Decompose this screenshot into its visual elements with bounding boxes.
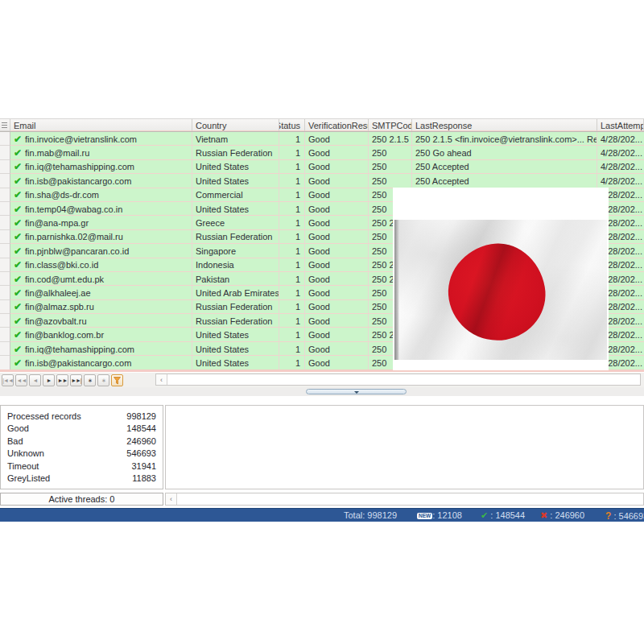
result-cell: Good — [305, 174, 369, 188]
stat-label: Processed records — [7, 411, 81, 421]
row-indicator — [0, 286, 10, 299]
table-row[interactable]: ✔fin.mab@mail.ru Russian Federation 1 Go… — [0, 146, 644, 159]
row-indicator — [0, 216, 10, 229]
new-count: NEW: 12108 — [417, 510, 462, 520]
row-indicator — [0, 314, 10, 328]
result-cell: Good — [305, 216, 369, 229]
nav-next-page-button[interactable]: ►► — [56, 374, 68, 386]
stat-label: GreyListed — [7, 473, 50, 483]
header-smtp-code[interactable]: SMTPCode — [369, 119, 412, 131]
attempt-cell: 4/28/202... — [597, 174, 644, 188]
country-cell: Greece — [192, 216, 279, 229]
result-cell: Good — [305, 328, 369, 341]
status-cell: 1 — [279, 188, 305, 202]
check-icon: ✔ — [481, 510, 488, 520]
scroll-left-button[interactable]: ‹ — [166, 493, 177, 505]
nav-bookmark-button[interactable]: ∗ — [97, 374, 109, 386]
email-cell: ✔fin.isb@pakistancargo.com — [10, 356, 192, 369]
check-icon: ✔ — [14, 205, 22, 213]
result-cell: Good — [305, 202, 369, 216]
result-cell: Good — [305, 342, 369, 356]
total-count: Total: 998129 — [344, 510, 397, 520]
response-cell: 250 Accepted — [412, 160, 597, 174]
splitter-handle[interactable] — [306, 389, 407, 394]
unknown-count: ? : 546693 — [605, 510, 644, 522]
smtp-cell: 250 — [369, 174, 412, 188]
result-cell: Good — [305, 286, 369, 299]
check-icon: ✔ — [14, 191, 22, 199]
question-icon: ? — [605, 510, 611, 522]
result-cell: Good — [305, 188, 369, 202]
header-last-response[interactable]: LastResponse — [412, 119, 597, 131]
status-cell: 1 — [279, 216, 305, 229]
row-indicator — [0, 146, 10, 159]
email-cell: ✔fin@banklog.com.br — [10, 328, 192, 341]
email-cell: ✔fin.cod@umt.edu.pk — [10, 272, 192, 286]
stat-label: Timeout — [7, 461, 39, 471]
attempt-cell: 4/28/202... — [597, 146, 644, 159]
stat-value: 998129 — [126, 411, 156, 421]
email-cell: ✔fin@azovbalt.ru — [10, 314, 192, 328]
response-cell: 250 2.1.5 <fin.invoice@vietranslink.com>… — [412, 132, 597, 146]
scroll-left-button[interactable]: ‹ — [156, 374, 167, 385]
row-indicator — [0, 300, 10, 314]
stat-row: Timeout 31941 — [1, 460, 163, 473]
row-indicator — [0, 244, 10, 258]
nav-last-button[interactable]: ►►| — [70, 374, 82, 386]
grid-indicator-header[interactable] — [0, 119, 10, 131]
check-icon: ✔ — [14, 303, 22, 311]
stat-row: Bad 246960 — [1, 435, 163, 448]
table-row[interactable]: ✔fin.invoice@vietranslink.com Vietnam 1 … — [0, 132, 644, 146]
row-indicator — [0, 188, 10, 202]
nav-first-button[interactable]: |◄◄ — [2, 374, 14, 386]
country-cell: Singapore — [192, 244, 279, 258]
country-cell: Russian Federation — [192, 146, 279, 159]
country-cell: Russian Federation — [192, 230, 279, 244]
new-badge: NEW — [417, 513, 432, 519]
splitter-band — [0, 387, 644, 396]
table-row[interactable]: ✔fin.isb@pakistancargo.com United States… — [0, 174, 644, 188]
status-cell: 1 — [279, 244, 305, 258]
nav-prior-page-button[interactable]: ◄◄ — [15, 374, 27, 386]
country-cell: Commercial — [192, 188, 279, 202]
nav-next-button[interactable]: ► — [43, 374, 55, 386]
smtp-cell: 250 2.1.5 — [369, 132, 412, 146]
nav-prior-button[interactable]: ◄ — [29, 374, 41, 386]
header-country[interactable]: Country — [192, 119, 279, 131]
status-cell: 1 — [279, 300, 305, 314]
email-cell: ✔fin.mab@mail.ru — [10, 146, 192, 159]
stats-panel: Processed records 998129 Good 148544 Bad… — [0, 405, 163, 489]
stat-label: Good — [7, 423, 29, 433]
row-indicator — [0, 174, 10, 188]
row-indicator — [0, 342, 10, 356]
nav-refresh-button[interactable]: ∗ — [84, 374, 96, 386]
result-cell: Good — [305, 272, 369, 286]
check-icon: ✔ — [14, 219, 22, 227]
attempt-cell: 4/28/202... — [597, 160, 644, 174]
result-cell: Good — [305, 244, 369, 258]
filter-button[interactable] — [111, 374, 123, 386]
country-cell: Vietnam — [192, 132, 279, 146]
panel-horizontal-scrollbar[interactable]: ‹ — [165, 493, 644, 506]
email-cell: ✔fin.isb@pakistancargo.com — [10, 174, 192, 188]
email-cell: ✔fin.parnishka.02@mail.ru — [10, 230, 192, 244]
stat-row: Processed records 998129 — [1, 410, 163, 423]
check-icon: ✔ — [14, 359, 22, 367]
country-cell: Russian Federation — [192, 314, 279, 328]
result-cell: Good — [305, 300, 369, 314]
grid-horizontal-scrollbar[interactable]: ‹ — [155, 374, 641, 386]
status-cell: 1 — [279, 258, 305, 272]
header-last-attempt[interactable]: LastAttempt — [597, 119, 644, 131]
status-cell: 1 — [279, 202, 305, 216]
smtp-cell: 250 — [369, 160, 412, 174]
header-email[interactable]: Email — [10, 119, 192, 131]
status-cell: 1 — [279, 356, 305, 369]
table-row[interactable]: ✔fin.iq@tehamashipping.com United States… — [0, 160, 644, 174]
response-cell: 250 Accepted — [412, 174, 597, 188]
email-cell: ✔fin.iq@tehamashipping.com — [10, 160, 192, 174]
chevron-down-icon — [354, 391, 359, 394]
header-status[interactable]: Status — [279, 119, 305, 131]
header-verification-result[interactable]: VerificationResult — [305, 119, 369, 131]
check-icon: ✔ — [14, 149, 22, 157]
flag-photo — [394, 220, 607, 360]
